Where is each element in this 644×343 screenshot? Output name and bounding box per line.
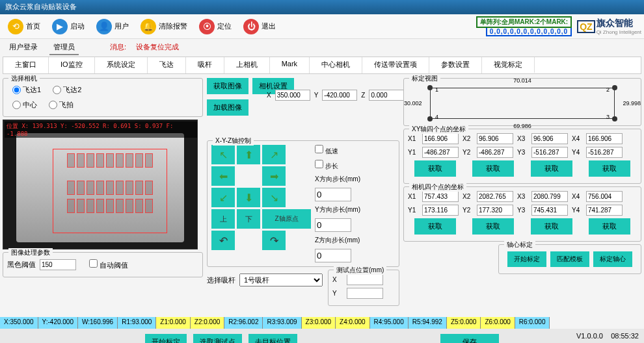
axis-calib-title: 轴心标定 — [504, 240, 535, 249]
tab-admin[interactable]: 管理员 — [49, 40, 79, 55]
cam4-y3[interactable] — [531, 205, 568, 216]
user-button[interactable]: 👤用户 — [91, 16, 134, 37]
radio-feipai[interactable]: 飞拍 — [49, 100, 74, 110]
tab-1[interactable]: IO监控 — [49, 57, 95, 73]
status-footer: X:350.000 Y:-420.000 W:160.996 R1:93.000… — [0, 317, 644, 329]
xy4-y1[interactable] — [422, 147, 459, 158]
z-origin-button[interactable]: Z轴原点 — [262, 209, 311, 229]
tab-7[interactable]: 中心相机 — [310, 57, 362, 73]
get-image-button[interactable]: 获取图像 — [207, 78, 248, 94]
tab-3[interactable]: 飞达 — [148, 57, 186, 73]
goto-target-button[interactable]: 去目标位置 — [248, 334, 297, 343]
img-proc-title: 图像处理参数 — [8, 248, 53, 257]
ystep-input[interactable] — [315, 218, 351, 232]
xyz-ctrl-title: X-Y-Z轴控制 — [213, 136, 254, 146]
cam4-x2[interactable] — [477, 191, 513, 202]
radio-feida1[interactable]: 飞达1 — [12, 85, 41, 95]
start-button[interactable]: ▶启动 — [47, 16, 90, 37]
calib-diagram: 70.014 29.998 69.986 30.002 1 2 3 4 — [427, 85, 617, 121]
z-pos[interactable] — [369, 90, 404, 101]
home-button[interactable]: ⟲首页 — [3, 16, 46, 37]
cam4-x3[interactable] — [531, 191, 568, 202]
xy4-get1[interactable]: 获取 — [414, 160, 456, 177]
window-titlebar: 旗众云浆自动贴装设备 — [0, 0, 644, 14]
calib-view-title: 标定视图 — [409, 74, 440, 83]
y-pos[interactable] — [322, 90, 357, 101]
cam4-get2[interactable]: 获取 — [472, 218, 514, 235]
xy4-y4[interactable] — [586, 147, 623, 158]
arrow-nw[interactable]: ↖ — [211, 145, 235, 164]
cam4-get3[interactable]: 获取 — [531, 218, 572, 235]
cam4-y1[interactable] — [422, 205, 459, 216]
exit-button[interactable]: ⏻退出 — [238, 16, 281, 37]
clear-alarm-button[interactable]: 🔔清除报警 — [135, 16, 193, 37]
axis-match[interactable]: 匹配模板 — [550, 251, 589, 267]
radio-center[interactable]: 中心 — [12, 100, 37, 110]
pick-head-label: 选择吸杆 — [207, 275, 235, 285]
xy4-get3[interactable]: 获取 — [531, 160, 572, 177]
xy4-x2[interactable] — [477, 133, 513, 144]
arrow-n[interactable]: ⬆ — [237, 145, 260, 164]
user-tabs: 用户登录 管理员 消息: 设备复位完成 — [0, 39, 644, 55]
undo-button[interactable]: ↶ — [211, 231, 235, 250]
cam4-y2[interactable] — [477, 205, 513, 216]
axis-center[interactable]: 标定轴心 — [593, 251, 632, 267]
axis-start[interactable]: 开始标定 — [507, 251, 546, 267]
tab-user-login[interactable]: 用户登录 — [5, 40, 42, 55]
cam4-get4[interactable]: 获取 — [589, 218, 630, 235]
tab-2[interactable]: 系统设定 — [95, 57, 148, 73]
brand-logo: QZ 旗众智能Qi Zhong Intelligent — [577, 18, 641, 35]
arrow-se[interactable]: ↘ — [262, 188, 286, 207]
zstep-input[interactable] — [315, 249, 351, 262]
cam4-x1[interactable] — [422, 191, 459, 202]
xy4-x3[interactable] — [531, 133, 568, 144]
xy4-get4[interactable]: 获取 — [589, 160, 630, 177]
xstep-input[interactable] — [315, 188, 351, 201]
tab-5[interactable]: 上相机 — [224, 57, 270, 73]
xy4-title: XY轴四个点的坐标 — [409, 125, 468, 134]
thresh-label: 黑色阈值 — [7, 260, 36, 270]
xy4-y3[interactable] — [531, 147, 568, 158]
xy4-x4[interactable] — [586, 133, 623, 144]
pick-head-select[interactable]: 1号吸杆 — [239, 273, 323, 286]
arrow-ne[interactable]: ↗ — [262, 145, 286, 164]
test-y[interactable] — [347, 288, 383, 299]
cam4-title: 相机四个点的坐标 — [409, 183, 466, 192]
z-up-button[interactable]: 上 — [211, 209, 235, 229]
thresh-input[interactable] — [40, 259, 76, 270]
z-down-button[interactable]: 下 — [237, 209, 260, 229]
cam4-get1[interactable]: 获取 — [414, 218, 456, 235]
order-test-x[interactable] — [347, 274, 383, 285]
camera-select-title: 选择相机 — [8, 74, 40, 83]
xy4-get2[interactable]: 获取 — [472, 160, 514, 177]
message-label: 消息: 设备复位完成 — [102, 40, 187, 55]
step-check[interactable]: 步长 — [315, 160, 360, 171]
radio-feida2[interactable]: 飞达2 — [53, 85, 81, 95]
main-toolbar: ⟲首页 ▶启动 👤用户 🔔清除报警 ⦿定位 ⏻退出 单阵列:全局MARK:2个M… — [0, 14, 644, 39]
tab-4[interactable]: 吸杆 — [186, 57, 224, 73]
camera-overlay-text: 位置 X: 139.313 Y: -520.552 R: 0.691 S: 0.… — [5, 121, 197, 138]
auto-thresh-check[interactable]: 自动阈值 — [89, 259, 128, 270]
tab-8[interactable]: 传送带设置项 — [362, 57, 429, 73]
redo-button[interactable]: ↷ — [262, 231, 286, 250]
arrow-w[interactable]: ⬅ — [211, 166, 235, 186]
status-box: 单阵列:全局MARK:2个MARK: 0,0,0,0,0,0,0,0,0,0,0… — [476, 16, 572, 36]
arrow-s[interactable]: ⬇ — [237, 188, 260, 207]
arrow-e[interactable]: ➡ — [262, 166, 286, 186]
tab-0[interactable]: 主窗口 — [3, 57, 49, 73]
cam4-x4[interactable] — [586, 191, 623, 202]
xy4-x1[interactable] — [422, 133, 459, 144]
tab-6[interactable]: Mark — [270, 57, 310, 73]
start-calib-button[interactable]: 开始标定 — [145, 334, 187, 343]
cam4-y4[interactable] — [586, 205, 623, 216]
load-image-button[interactable]: 加载图像 — [207, 99, 248, 116]
goto-button[interactable]: ⦿定位 — [194, 16, 237, 37]
low-speed-check[interactable]: 低速 — [315, 145, 360, 156]
tab-9[interactable]: 参数设置 — [429, 57, 482, 73]
teach-point-button[interactable]: 选取测试点 — [193, 334, 242, 343]
arrow-sw[interactable]: ↙ — [211, 188, 235, 207]
save-button[interactable]: 保存 — [440, 334, 499, 343]
x-pos[interactable] — [275, 90, 310, 101]
xy4-y2[interactable] — [477, 147, 513, 158]
tab-10[interactable]: 视觉标定 — [482, 57, 535, 73]
